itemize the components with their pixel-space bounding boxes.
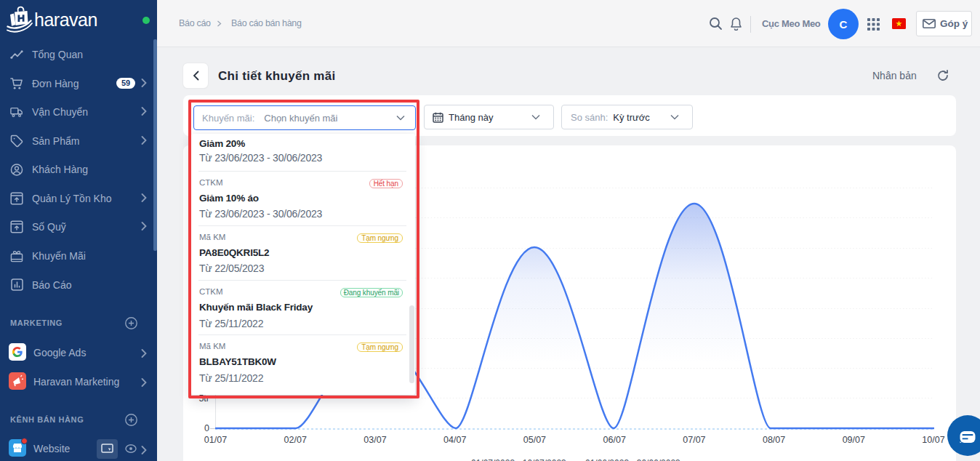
- svg-text:05/07: 05/07: [523, 435, 546, 445]
- svg-text:03/07: 03/07: [364, 435, 386, 445]
- svg-text:0: 0: [204, 423, 209, 433]
- svg-text:08/07: 08/07: [763, 435, 785, 445]
- svg-text:01/06/2023 - 30/06/2023: 01/06/2023 - 30/06/2023: [585, 458, 680, 461]
- svg-text:06/07: 06/07: [603, 435, 626, 445]
- svg-text:07/07: 07/07: [683, 435, 705, 445]
- svg-text:02/07: 02/07: [284, 435, 307, 445]
- svg-text:01/07/2023 - 10/07/2023: 01/07/2023 - 10/07/2023: [471, 458, 566, 461]
- svg-text:01/07: 01/07: [204, 435, 227, 445]
- svg-text:10/07: 10/07: [922, 435, 944, 445]
- svg-text:09/07: 09/07: [843, 435, 865, 445]
- svg-text:04/07: 04/07: [443, 435, 466, 445]
